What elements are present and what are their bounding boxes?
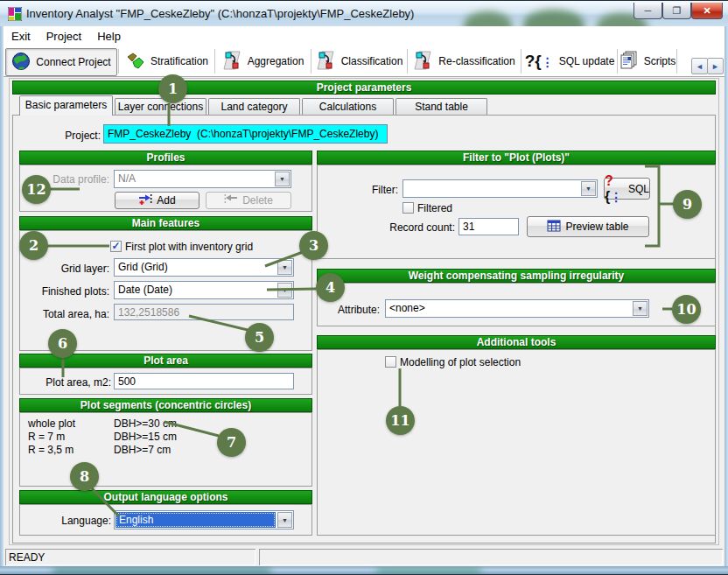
- tab-land-category[interactable]: Land category: [208, 98, 300, 115]
- chevron-down-icon[interactable]: ▼: [277, 512, 292, 528]
- segment-row-dbh: DBH>=7 cm: [114, 444, 171, 456]
- filter-header: Filter to "Plot (Plots)": [317, 151, 716, 165]
- menu-bar: Exit Project Help: [4, 26, 724, 46]
- status-panel-right: [259, 549, 723, 565]
- toolbar-reclassification-button[interactable]: Re-classification: [410, 48, 520, 74]
- plot-area-input[interactable]: 500: [114, 373, 294, 389]
- sql-button[interactable]: ?{⋮ SQL: [604, 178, 650, 200]
- minimize-icon: ─: [645, 5, 652, 16]
- total-area-label: Total area, ha:: [13, 308, 109, 320]
- filter-combo[interactable]: ▼: [402, 179, 598, 198]
- delete-profile-label: Delete: [242, 194, 273, 207]
- modelling-checkbox[interactable]: [385, 356, 396, 368]
- language-combo[interactable]: English ▼: [114, 510, 294, 529]
- window-border-left: [0, 26, 4, 566]
- first-plot-checkbox[interactable]: ✓: [110, 241, 122, 252]
- grid-layer-combo[interactable]: Grid (Grid) ▼: [114, 258, 294, 277]
- tab-layer-connections[interactable]: Layer connections: [115, 98, 206, 115]
- toolbar-aggregation-button[interactable]: Aggregation: [217, 48, 310, 74]
- reclassification-icon: [414, 51, 433, 73]
- callout-12: 12: [22, 175, 51, 204]
- toolbar-scripts-button[interactable]: Scripts: [620, 48, 676, 74]
- weight-header: Weight compensating sampling irregularit…: [317, 269, 716, 283]
- first-plot-label: First plot with inventory grid: [125, 241, 300, 253]
- window-title: Inventory Analyst "FMP_CeskeZleby" (C:\h…: [26, 7, 414, 20]
- sql-icon: ?{⋮: [525, 53, 554, 70]
- maximize-button[interactable]: ❐: [662, 3, 691, 19]
- filtered-label: Filtered: [417, 202, 479, 214]
- toolbar-scroll-right-button[interactable]: ►: [707, 58, 724, 74]
- project-input[interactable]: FMP_CeskeZleby (C:\honzaT\projekty\FMP_C…: [103, 124, 388, 144]
- segment-row-label: R = 3,5 m: [28, 444, 74, 456]
- chevron-down-icon[interactable]: ▼: [275, 172, 290, 186]
- app-window: Inventory Analyst "FMP_CeskeZleby" (C:\h…: [0, 0, 728, 575]
- stratification-icon: [126, 51, 145, 73]
- preview-table-button[interactable]: Preview table: [527, 216, 649, 237]
- delete-profile-button[interactable]: Delete: [206, 192, 291, 209]
- globe-icon: [11, 52, 31, 74]
- menu-exit[interactable]: Exit: [4, 27, 38, 46]
- toolbar-button-label: Aggregation: [248, 55, 304, 67]
- output-language-header: Output language options: [19, 490, 312, 504]
- grid-layer-label: Grid layer:: [22, 263, 109, 275]
- segment-row-dbh: DBH>=30 cm: [114, 417, 177, 430]
- sql-icon: ?{⋮: [605, 173, 624, 205]
- attribute-combo[interactable]: <none> ▼: [385, 299, 649, 318]
- menu-project[interactable]: Project: [38, 27, 89, 46]
- filter-value: [403, 180, 580, 197]
- toolbar-separator: [676, 49, 677, 74]
- arrow-left-icon: ◄: [696, 62, 704, 71]
- app-icon: [8, 7, 22, 24]
- chevron-down-icon[interactable]: ▼: [277, 283, 292, 298]
- window-border-right: [724, 26, 728, 566]
- toolbar-stratification-button[interactable]: Stratification: [121, 48, 214, 74]
- add-profile-button[interactable]: Add: [115, 192, 200, 209]
- callout-10: 10: [672, 295, 701, 324]
- wallpaper-blob: [523, 10, 584, 26]
- classification-icon: [317, 51, 336, 73]
- data-profile-value: N/A: [115, 171, 274, 187]
- toolbar-classification-button[interactable]: Classification: [313, 48, 406, 74]
- status-panel-left: READY: [5, 549, 256, 565]
- aggregation-icon: [223, 51, 242, 73]
- finished-plots-value: Date (Date): [115, 282, 276, 298]
- window-border-bottom: [0, 566, 728, 575]
- additional-tools-group: [317, 349, 716, 536]
- chevron-down-icon[interactable]: ▼: [581, 181, 596, 196]
- tab-basic-parameters[interactable]: Basic parameters: [19, 95, 113, 116]
- wallpaper-blob: [376, 568, 481, 575]
- toolbar-button-label: SQL update: [559, 55, 615, 67]
- close-button[interactable]: ✕: [691, 3, 723, 19]
- toolbar-separator: [214, 49, 215, 74]
- data-profile-combo[interactable]: N/A ▼: [114, 170, 291, 188]
- record-count-field[interactable]: 31: [458, 218, 519, 235]
- wallpaper-blob: [464, 11, 512, 26]
- toolbar-button-label: Connect Project: [36, 56, 110, 68]
- tab-stand-table[interactable]: Stand table: [396, 98, 487, 115]
- delete-icon: [224, 193, 238, 208]
- toolbar-sql-update-button[interactable]: ?{⋮ SQL update: [523, 48, 616, 74]
- project-label: Project:: [39, 130, 101, 142]
- minimize-button[interactable]: ─: [634, 3, 662, 19]
- tab-calculations[interactable]: Calculations: [302, 98, 394, 115]
- chevron-down-icon[interactable]: ▼: [277, 260, 292, 275]
- modelling-label: Modelling of plot selection: [400, 356, 575, 368]
- wallpaper-blob: [52, 568, 271, 575]
- check-icon: ✓: [111, 240, 120, 252]
- callout-2: 2: [19, 231, 48, 260]
- toolbar-separator: [311, 49, 312, 74]
- record-count-label: Record count:: [368, 221, 455, 234]
- filtered-checkbox[interactable]: [402, 202, 414, 214]
- toolbar-scroll-left-button[interactable]: ◄: [691, 58, 708, 74]
- sql-button-label: SQL: [628, 183, 649, 195]
- title-bar: Inventory Analyst "FMP_CeskeZleby" (C:\h…: [0, 0, 728, 26]
- finished-plots-combo[interactable]: Date (Date) ▼: [114, 281, 294, 299]
- segment-row-dbh: DBH>=15 cm: [114, 431, 177, 443]
- toolbar-separator: [407, 49, 408, 74]
- chevron-down-icon[interactable]: ▼: [633, 301, 648, 316]
- language-value: English: [116, 512, 276, 528]
- toolbar-connect-project-button[interactable]: Connect Project: [5, 48, 117, 76]
- menu-help[interactable]: Help: [89, 27, 129, 46]
- total-area-field: 132,2518586: [114, 304, 294, 320]
- callout-1: 1: [158, 74, 187, 103]
